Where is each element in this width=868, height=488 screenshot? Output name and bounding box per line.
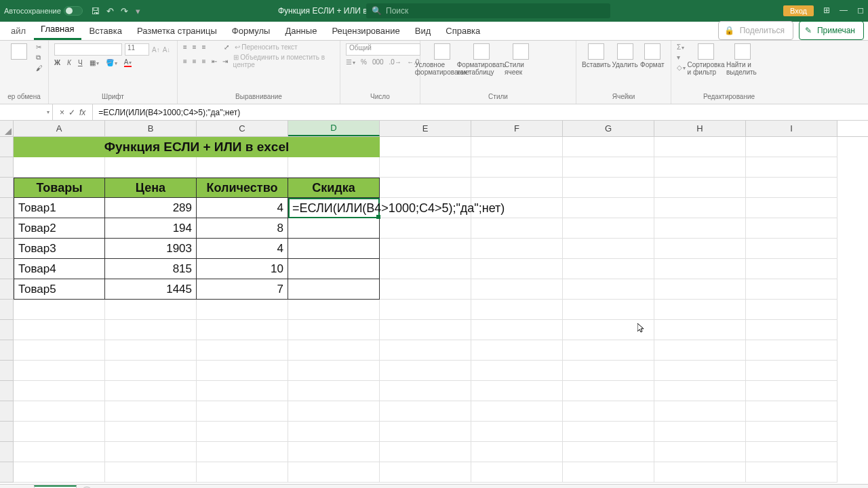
decimal-inc-icon[interactable]: .0→ bbox=[389, 58, 401, 66]
empty-cell[interactable] bbox=[105, 361, 197, 381]
col-header-f[interactable]: F bbox=[471, 121, 563, 136]
wrap-text-button[interactable]: ↩ Переносить текст bbox=[235, 43, 298, 51]
empty-cell[interactable] bbox=[105, 422, 197, 442]
empty-cell[interactable] bbox=[746, 157, 837, 178]
col-header-i[interactable]: I bbox=[746, 121, 837, 136]
empty-cell[interactable] bbox=[471, 279, 563, 300]
col-header-d[interactable]: D bbox=[288, 121, 380, 136]
empty-cell[interactable] bbox=[288, 462, 380, 483]
enter-icon[interactable]: ✓ bbox=[68, 108, 75, 117]
empty-cell[interactable] bbox=[471, 401, 563, 422]
td-discount[interactable] bbox=[288, 239, 380, 259]
undo-icon[interactable]: ↶ bbox=[106, 6, 114, 16]
row-header[interactable] bbox=[0, 401, 14, 422]
row-header[interactable] bbox=[0, 259, 14, 279]
empty-cell[interactable] bbox=[563, 381, 654, 401]
empty-cell[interactable] bbox=[197, 462, 288, 483]
tab-review[interactable]: Рецензирование bbox=[325, 22, 406, 40]
row-header[interactable] bbox=[0, 422, 14, 442]
find-select-button[interactable]: Найти и выделить bbox=[726, 43, 759, 76]
empty-cell[interactable] bbox=[197, 442, 288, 462]
empty-cell[interactable] bbox=[105, 157, 197, 178]
tab-help[interactable]: Справка bbox=[439, 22, 487, 40]
comments-button[interactable]: ✎ Примечан bbox=[799, 21, 864, 40]
empty-cell[interactable] bbox=[654, 381, 746, 401]
empty-cell[interactable] bbox=[14, 462, 105, 483]
td-name[interactable]: Товар4 bbox=[14, 259, 105, 279]
td-name[interactable]: Товар1 bbox=[14, 198, 105, 218]
empty-cell[interactable] bbox=[654, 300, 746, 320]
col-header-a[interactable]: A bbox=[14, 121, 105, 136]
col-header-c[interactable]: C bbox=[197, 121, 288, 136]
empty-cell[interactable] bbox=[380, 401, 471, 422]
cancel-icon[interactable]: × bbox=[60, 108, 64, 117]
empty-cell[interactable] bbox=[380, 157, 471, 178]
window-mode-icon[interactable]: ⊞ bbox=[823, 5, 830, 16]
empty-cell[interactable] bbox=[105, 462, 197, 483]
empty-cell[interactable] bbox=[197, 340, 288, 361]
empty-cell[interactable] bbox=[471, 361, 563, 381]
empty-cell[interactable] bbox=[471, 157, 563, 178]
autosum-icon[interactable]: Σ▾ bbox=[677, 43, 686, 51]
tab-insert[interactable]: Вставка bbox=[83, 22, 129, 40]
empty-cell[interactable] bbox=[471, 442, 563, 462]
redo-icon[interactable]: ↷ bbox=[121, 6, 128, 16]
empty-cell[interactable] bbox=[654, 462, 746, 483]
fx-icon[interactable]: fx bbox=[79, 108, 85, 117]
cut-icon[interactable]: ✂ bbox=[36, 43, 43, 51]
row-header[interactable] bbox=[0, 198, 14, 218]
empty-cell[interactable] bbox=[197, 361, 288, 381]
empty-cell[interactable] bbox=[288, 340, 380, 361]
empty-cell[interactable] bbox=[197, 157, 288, 178]
tab-data[interactable]: Данные bbox=[278, 22, 323, 40]
empty-cell[interactable] bbox=[746, 259, 837, 279]
empty-cell[interactable] bbox=[563, 218, 654, 239]
row-header[interactable] bbox=[0, 300, 14, 320]
empty-cell[interactable] bbox=[746, 401, 837, 422]
empty-cell[interactable] bbox=[380, 178, 471, 198]
empty-cell[interactable] bbox=[563, 157, 654, 178]
empty-cell[interactable] bbox=[471, 320, 563, 340]
empty-cell[interactable] bbox=[654, 157, 746, 178]
empty-cell[interactable] bbox=[288, 422, 380, 442]
empty-cell[interactable] bbox=[380, 340, 471, 361]
td-price[interactable]: 1445 bbox=[105, 279, 197, 300]
empty-cell[interactable] bbox=[105, 401, 197, 422]
row-header[interactable] bbox=[0, 361, 14, 381]
tab-formulas[interactable]: Формулы bbox=[225, 22, 277, 40]
empty-cell[interactable] bbox=[14, 442, 105, 462]
font-color-icon[interactable]: A▾ bbox=[124, 58, 132, 67]
empty-cell[interactable] bbox=[380, 239, 471, 259]
empty-cell[interactable] bbox=[471, 340, 563, 361]
fill-color-icon[interactable]: 🪣▾ bbox=[106, 59, 117, 66]
empty-cell[interactable] bbox=[380, 300, 471, 320]
empty-cell[interactable] bbox=[105, 300, 197, 320]
td-price[interactable]: 815 bbox=[105, 259, 197, 279]
empty-cell[interactable] bbox=[746, 137, 837, 157]
empty-cell[interactable] bbox=[654, 340, 746, 361]
empty-cell[interactable] bbox=[563, 198, 654, 218]
empty-cell[interactable] bbox=[197, 401, 288, 422]
row-header[interactable] bbox=[0, 157, 14, 178]
empty-cell[interactable] bbox=[563, 239, 654, 259]
empty-cell[interactable] bbox=[471, 381, 563, 401]
empty-cell[interactable] bbox=[288, 361, 380, 381]
empty-cell[interactable] bbox=[471, 239, 563, 259]
empty-cell[interactable] bbox=[14, 381, 105, 401]
row-header[interactable] bbox=[0, 279, 14, 300]
td-name[interactable]: Товар5 bbox=[14, 279, 105, 300]
empty-cell[interactable] bbox=[105, 320, 197, 340]
row-header[interactable] bbox=[0, 442, 14, 462]
empty-cell[interactable] bbox=[14, 320, 105, 340]
cell-styles-button[interactable]: Стили ячеек bbox=[505, 43, 537, 76]
empty-cell[interactable] bbox=[746, 320, 837, 340]
empty-cell[interactable] bbox=[654, 239, 746, 259]
empty-cell[interactable] bbox=[563, 361, 654, 381]
empty-cell[interactable] bbox=[746, 361, 837, 381]
td-price[interactable]: 1903 bbox=[105, 239, 197, 259]
empty-cell[interactable] bbox=[654, 361, 746, 381]
empty-cell[interactable] bbox=[197, 300, 288, 320]
align-center-icon[interactable]: ≡ bbox=[193, 58, 197, 65]
formula-input[interactable]: =ЕСЛИ(ИЛИ(B4>1000;C4>5);"да";нет) bbox=[93, 108, 868, 117]
empty-cell[interactable] bbox=[380, 462, 471, 483]
